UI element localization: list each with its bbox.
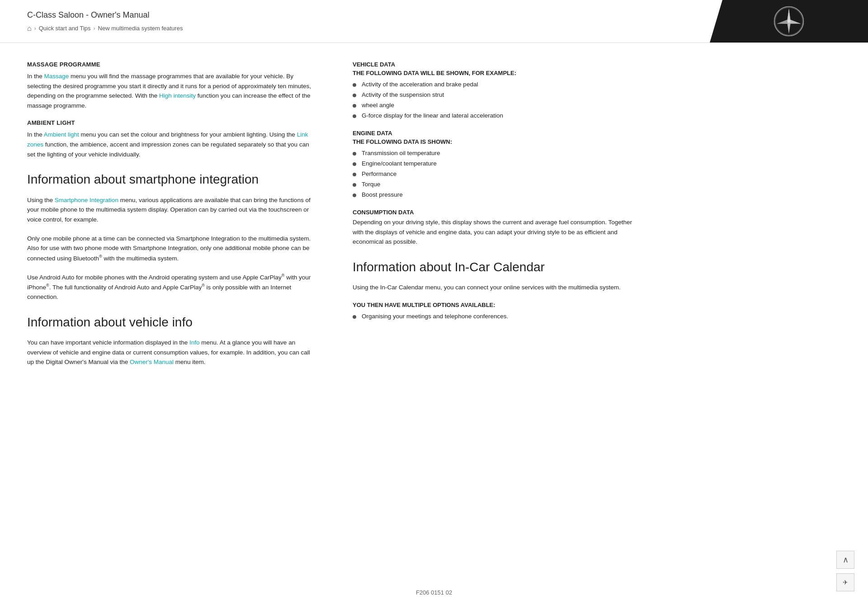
massage-link[interactable]: Massage: [44, 73, 69, 80]
incar-heading: Information about In-Car Calendar: [353, 260, 633, 275]
vehicle-data-section: VEHICLE DATA THE FOLLOWING DATA WILL BE …: [353, 61, 633, 119]
smartphone-para2: Only one mobile phone at a time can be c…: [27, 234, 316, 263]
vehicle-data-subtitle: THE FOLLOWING DATA WILL BE SHOWN, FOR EX…: [353, 70, 633, 76]
massage-heading: MASSAGE PROGRAMME: [27, 61, 316, 68]
incar-paragraph: Using the In-Car Calendar menu, you can …: [353, 283, 633, 293]
list-item: Organising your meetings and telephone c…: [353, 313, 633, 320]
breadcrumb-sep2: ›: [94, 25, 95, 32]
footer-code: F206 0151 02: [416, 589, 452, 596]
right-column: VEHICLE DATA THE FOLLOWING DATA WILL BE …: [344, 61, 633, 376]
breadcrumb-sep1: ›: [34, 25, 36, 32]
consumption-data-title: CONSUMPTION DATA: [353, 209, 633, 216]
vehicle-item-3: wheel angle: [362, 102, 394, 109]
engine-data-list: Transmission oil temperature Engine/cool…: [353, 150, 633, 198]
ambient-heading: AMBIENT LIGHT: [27, 119, 316, 126]
multiple-options-title: YOU THEN HAVE MULTIPLE OPTIONS AVAILABLE…: [353, 302, 633, 308]
vehicle-info-heading: Information about vehicle info: [27, 315, 316, 330]
bullet-icon: [353, 83, 356, 87]
list-item: Performance: [353, 170, 633, 177]
bullet-icon: [353, 183, 356, 187]
options-item-1: Organising your meetings and telephone c…: [362, 313, 508, 320]
bullet-icon: [353, 94, 356, 97]
bullet-icon: [353, 104, 356, 108]
ambient-light-link[interactable]: Ambient light: [44, 131, 79, 138]
multiple-options-section: YOU THEN HAVE MULTIPLE OPTIONS AVAILABLE…: [353, 302, 633, 320]
breadcrumb: ⌂ › Quick start and Tips › New multimedi…: [27, 24, 683, 33]
bullet-icon: [353, 114, 356, 118]
high-intensity-link[interactable]: High intensity: [159, 92, 196, 99]
smartphone-integration-link[interactable]: Smartphone Integration: [55, 197, 118, 203]
list-item: Activity of the suspension strut: [353, 91, 633, 98]
engine-item-4: Torque: [362, 181, 380, 188]
breadcrumb-item1[interactable]: Quick start and Tips: [39, 25, 91, 32]
list-item: Boost pressure: [353, 191, 633, 198]
vehicle-data-list: Activity of the acceleration and brake p…: [353, 81, 633, 119]
owners-manual-link[interactable]: Owner's Manual: [130, 359, 174, 365]
smartphone-para3: Use Android Auto for mobile phones with …: [27, 272, 316, 302]
page-wrapper: C-Class Saloon - Owner's Manual ⌂ › Quic…: [0, 0, 868, 614]
content-area: MASSAGE PROGRAMME In the Massage menu yo…: [0, 43, 868, 394]
footer: F206 0151 02: [0, 580, 868, 605]
breadcrumb-item2: New multimedia system features: [98, 25, 183, 32]
mercedes-logo: [710, 0, 868, 43]
page-title: C-Class Saloon - Owner's Manual: [27, 10, 683, 20]
engine-item-1: Transmission oil temperature: [362, 150, 440, 156]
vehicle-item-1: Activity of the acceleration and brake p…: [362, 81, 478, 88]
consumption-data-section: CONSUMPTION DATA Depending on your drivi…: [353, 209, 633, 247]
ambient-paragraph: In the Ambient light menu you can set th…: [27, 130, 316, 159]
vehicle-item-4: G-force display for the linear and later…: [362, 112, 503, 119]
vehicle-item-2: Activity of the suspension strut: [362, 91, 444, 98]
list-item: Engine/coolant temperature: [353, 160, 633, 167]
mercedes-star-icon: [773, 5, 805, 37]
engine-item-5: Boost pressure: [362, 191, 403, 198]
list-item: Torque: [353, 181, 633, 188]
consumption-paragraph: Depending on your driving style, this di…: [353, 217, 633, 247]
bullet-icon: [353, 173, 356, 176]
engine-data-subtitle: THE FOLLOWING DATA IS SHOWN:: [353, 138, 633, 145]
multiple-options-list: Organising your meetings and telephone c…: [353, 313, 633, 320]
vehicle-info-paragraph: You can have important vehicle informati…: [27, 338, 316, 367]
engine-item-3: Performance: [362, 170, 396, 177]
list-item: wheel angle: [353, 102, 633, 109]
scroll-down-button[interactable]: ✈: [836, 573, 854, 591]
left-column: MASSAGE PROGRAMME In the Massage menu yo…: [27, 61, 316, 376]
scroll-up-button[interactable]: ∧: [836, 551, 854, 569]
svg-point-3: [788, 20, 791, 23]
list-item: G-force display for the linear and later…: [353, 112, 633, 119]
smartphone-heading: Information about smartphone integration: [27, 172, 316, 187]
bullet-icon: [353, 162, 356, 166]
engine-data-section: ENGINE DATA THE FOLLOWING DATA IS SHOWN:…: [353, 130, 633, 198]
home-icon[interactable]: ⌂: [27, 24, 32, 33]
list-item: Transmission oil temperature: [353, 150, 633, 156]
bullet-icon: [353, 152, 356, 156]
smartphone-para1: Using the Smartphone Integration menu, v…: [27, 195, 316, 225]
engine-item-2: Engine/coolant temperature: [362, 160, 437, 167]
list-item: Activity of the acceleration and brake p…: [353, 81, 633, 88]
vehicle-data-title: VEHICLE DATA: [353, 61, 633, 68]
engine-data-title: ENGINE DATA: [353, 130, 633, 137]
bullet-icon: [353, 315, 356, 319]
massage-paragraph: In the Massage menu you will find the ma…: [27, 71, 316, 110]
bullet-icon: [353, 194, 356, 197]
header-text: C-Class Saloon - Owner's Manual ⌂ › Quic…: [0, 0, 710, 43]
header: C-Class Saloon - Owner's Manual ⌂ › Quic…: [0, 0, 868, 43]
info-link[interactable]: Info: [189, 339, 200, 346]
